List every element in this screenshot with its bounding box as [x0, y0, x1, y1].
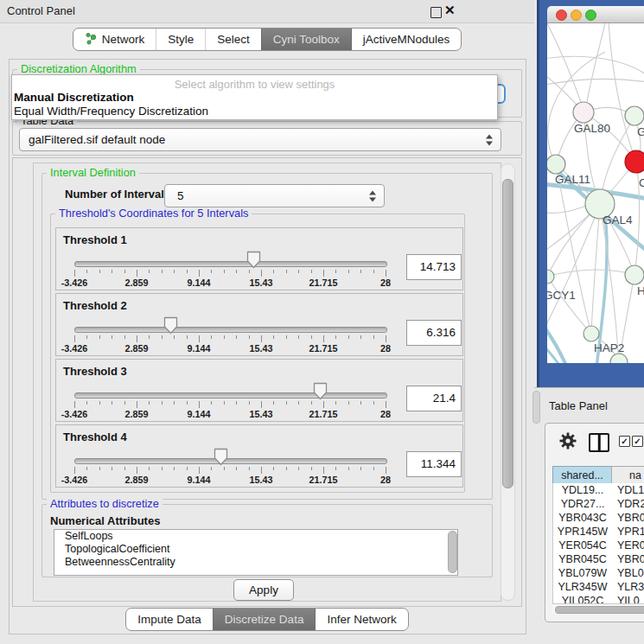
threshold-slider-track[interactable] [74, 458, 387, 464]
threshold-slider-track[interactable] [74, 327, 387, 333]
popup-option-manual-discretization[interactable]: Manual Discretization [14, 91, 134, 104]
attribute-list-item[interactable]: BetweennessCentrality [54, 556, 457, 569]
node-hap2[interactable] [583, 326, 599, 341]
apply-button-label: Apply [249, 583, 278, 596]
cell-name[interactable]: YER0 [612, 539, 644, 552]
table-row[interactable]: YBR045CYBR0 [553, 552, 644, 566]
threshold-slider-thumb[interactable] [163, 316, 178, 335]
slider-tick [162, 467, 163, 470]
cell-shared-name[interactable]: YER054C [553, 539, 612, 552]
table-row[interactable]: YDL19...YDL1 [553, 483, 644, 497]
cell-shared-name[interactable]: YIL052C [553, 594, 612, 603]
table-hscrollbar-track[interactable] [552, 603, 644, 613]
popup-option-equal-width[interactable]: Equal Width/Frequency Discretization [14, 105, 208, 118]
network-window-titlebar[interactable] [547, 6, 644, 23]
attributes-scrollbar-thumb[interactable] [448, 531, 457, 573]
cell-shared-name[interactable]: YLR345W [553, 580, 612, 594]
threshold-slider-thumb[interactable] [246, 251, 261, 269]
network-canvas[interactable]: GAL80 GA GAL11 GAL4 GCY1 H HAP2 C [547, 23, 644, 363]
slider-tick [261, 270, 262, 277]
tab-infer-network[interactable]: Infer Network [315, 609, 407, 630]
minimize-traffic-light[interactable] [571, 10, 582, 21]
tab-network[interactable]: Network [73, 29, 156, 50]
tab-discretize-data[interactable]: Discretize Data [213, 609, 316, 630]
combo-stepper-icon [369, 190, 377, 201]
cell-name[interactable]: YBL0 [612, 566, 644, 580]
cell-shared-name[interactable]: YDL19... [553, 483, 612, 497]
tab-jactivemnodules[interactable]: jActiveMNodules [351, 29, 462, 50]
close-traffic-light[interactable] [556, 10, 567, 21]
cell-name[interactable]: YDL1 [612, 483, 644, 497]
node-gcy1[interactable] [547, 270, 554, 284]
table-row[interactable]: YER054CYER0 [553, 539, 644, 552]
node-gal11[interactable] [547, 155, 565, 174]
cell-name[interactable]: YIL0 [612, 594, 640, 603]
splitter-handle[interactable] [532, 391, 540, 424]
threshold-value-field[interactable]: 11.344 [406, 451, 462, 477]
table-row[interactable]: YLR345WYLR3 [553, 580, 644, 594]
slider-tick [112, 467, 112, 470]
checkbox-icon[interactable]: ✓ [632, 436, 643, 447]
attribute-list-item[interactable]: SelfLoops [54, 530, 457, 543]
cell-shared-name[interactable]: YDR27... [553, 497, 612, 511]
numerical-attributes-list[interactable]: SelfLoopsTopologicalCoefficientBetweenne… [54, 529, 458, 576]
node-gal80[interactable] [573, 102, 594, 123]
cell-name[interactable]: YBR0 [612, 552, 644, 566]
threshold-value-field[interactable]: 6.316 [406, 320, 462, 346]
slider-tick [187, 335, 188, 339]
gear-icon[interactable] [559, 432, 577, 450]
table-row[interactable]: YBL079WYBL0 [553, 566, 644, 580]
table-row[interactable]: YBR043CYBR0 [553, 511, 644, 525]
slider-tick [99, 467, 100, 470]
table-row[interactable]: YIL052CYIL0 [553, 594, 644, 603]
tab-cyni-toolbox[interactable]: Cyni Toolbox [261, 29, 351, 50]
table-data-combo-value: galFiltered.sif default node [29, 129, 165, 150]
threshold-slider-track[interactable] [74, 261, 387, 267]
node-ga[interactable] [625, 106, 644, 125]
slider-scale-label: 15.43 [249, 409, 272, 419]
slider-scale-label: -3.426 [61, 277, 88, 288]
cell-name[interactable]: YDR2 [612, 497, 644, 511]
slider-tick [187, 270, 188, 273]
threshold-slider-thumb[interactable] [313, 382, 328, 400]
cell-shared-name[interactable]: YBL079W [553, 566, 612, 580]
table-hscrollbar-thumb[interactable] [555, 606, 644, 614]
slider-tick [187, 401, 188, 405]
table-row[interactable]: YDR27...YDR2 [553, 497, 644, 511]
cell-name[interactable]: YBR0 [612, 511, 644, 525]
node-h[interactable] [625, 265, 644, 284]
slider-tick [199, 270, 200, 277]
table-row[interactable]: YPR145WYPR1 [553, 525, 644, 539]
cell-name[interactable]: YPR1 [612, 525, 644, 539]
tab-select[interactable]: Select [205, 29, 261, 50]
float-window-icon[interactable] [430, 7, 442, 18]
number-of-intervals-combo[interactable]: 5 [164, 184, 385, 207]
threshold-slider-thumb[interactable] [214, 448, 228, 466]
threshold-value-field[interactable]: 14.713 [406, 254, 462, 280]
column-header-shared-name[interactable]: shared... [552, 466, 612, 484]
cell-name[interactable]: YLR3 [612, 580, 644, 594]
cell-shared-name[interactable]: YPR145W [553, 525, 612, 539]
threshold-slider-track[interactable] [74, 392, 387, 399]
split-panel-icon[interactable] [589, 433, 609, 452]
node-partial-bottom[interactable] [610, 354, 628, 363]
table-data-combo[interactable]: galFiltered.sif default node [19, 128, 501, 151]
checkbox-icon[interactable]: ✓ [619, 436, 630, 447]
node-label-gal80: GAL80 [574, 122, 610, 135]
tab-style[interactable]: Style [156, 29, 205, 50]
slider-tick [86, 335, 87, 339]
node-selected-red[interactable] [625, 150, 644, 173]
tab-impute-data[interactable]: Impute Data [126, 609, 213, 630]
apply-button[interactable]: Apply [233, 579, 294, 601]
cell-shared-name[interactable]: YBR045C [553, 552, 612, 566]
column-header-name[interactable]: na [611, 466, 644, 484]
close-icon[interactable]: ✕ [444, 3, 456, 18]
attribute-list-item[interactable]: TopologicalCoefficient [54, 543, 457, 556]
threshold-slider-ticks [74, 270, 386, 277]
cell-shared-name[interactable]: YBR043C [553, 511, 612, 525]
threshold-value-field[interactable]: 21.4 [406, 386, 462, 411]
zoom-traffic-light[interactable] [585, 10, 596, 21]
slider-tick [86, 467, 87, 470]
tab-impute-data-label: Impute Data [137, 613, 201, 626]
settings-scrollbar-thumb[interactable] [502, 179, 513, 488]
